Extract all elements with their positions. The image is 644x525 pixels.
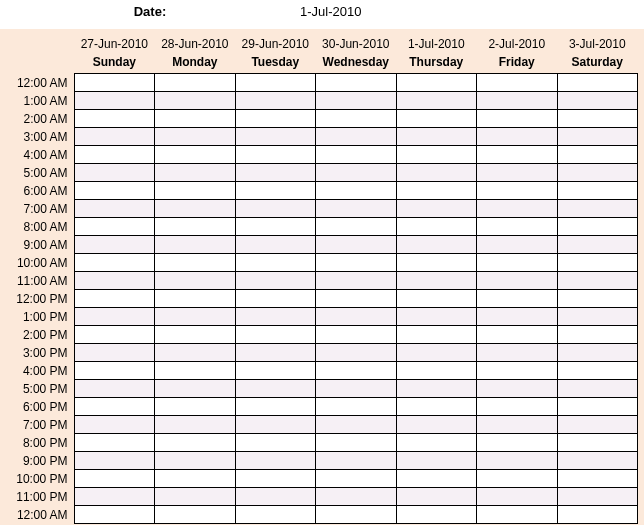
calendar-cell[interactable]	[557, 362, 638, 380]
calendar-cell[interactable]	[477, 470, 557, 488]
calendar-cell[interactable]	[235, 236, 315, 254]
calendar-cell[interactable]	[477, 434, 557, 452]
calendar-cell[interactable]	[557, 182, 638, 200]
calendar-cell[interactable]	[155, 308, 235, 326]
calendar-cell[interactable]	[235, 290, 315, 308]
calendar-cell[interactable]	[477, 254, 557, 272]
calendar-cell[interactable]	[235, 470, 315, 488]
calendar-cell[interactable]	[396, 290, 476, 308]
calendar-cell[interactable]	[557, 164, 638, 182]
calendar-cell[interactable]	[396, 236, 476, 254]
calendar-cell[interactable]	[557, 434, 638, 452]
calendar-cell[interactable]	[477, 326, 557, 344]
calendar-cell[interactable]	[155, 254, 235, 272]
calendar-cell[interactable]	[557, 452, 638, 470]
calendar-cell[interactable]	[316, 326, 396, 344]
calendar-cell[interactable]	[74, 326, 154, 344]
calendar-cell[interactable]	[155, 218, 235, 236]
calendar-cell[interactable]	[155, 434, 235, 452]
calendar-cell[interactable]	[316, 380, 396, 398]
calendar-cell[interactable]	[74, 110, 154, 128]
calendar-cell[interactable]	[74, 236, 154, 254]
calendar-cell[interactable]	[235, 218, 315, 236]
calendar-cell[interactable]	[235, 380, 315, 398]
calendar-cell[interactable]	[155, 398, 235, 416]
calendar-cell[interactable]	[74, 74, 154, 92]
calendar-cell[interactable]	[235, 254, 315, 272]
calendar-cell[interactable]	[557, 200, 638, 218]
calendar-cell[interactable]	[477, 272, 557, 290]
calendar-cell[interactable]	[235, 128, 315, 146]
calendar-cell[interactable]	[316, 92, 396, 110]
calendar-cell[interactable]	[235, 308, 315, 326]
calendar-cell[interactable]	[477, 290, 557, 308]
calendar-cell[interactable]	[396, 326, 476, 344]
calendar-cell[interactable]	[557, 326, 638, 344]
calendar-cell[interactable]	[155, 452, 235, 470]
calendar-cell[interactable]	[477, 416, 557, 434]
calendar-cell[interactable]	[316, 344, 396, 362]
calendar-cell[interactable]	[155, 272, 235, 290]
calendar-cell[interactable]	[396, 416, 476, 434]
calendar-cell[interactable]	[316, 290, 396, 308]
calendar-cell[interactable]	[74, 254, 154, 272]
calendar-cell[interactable]	[74, 92, 154, 110]
calendar-cell[interactable]	[155, 362, 235, 380]
calendar-cell[interactable]	[396, 74, 476, 92]
calendar-cell[interactable]	[235, 344, 315, 362]
calendar-cell[interactable]	[477, 398, 557, 416]
calendar-cell[interactable]	[316, 398, 396, 416]
calendar-cell[interactable]	[557, 92, 638, 110]
calendar-cell[interactable]	[477, 110, 557, 128]
calendar-cell[interactable]	[235, 416, 315, 434]
calendar-cell[interactable]	[316, 452, 396, 470]
calendar-cell[interactable]	[557, 110, 638, 128]
calendar-cell[interactable]	[396, 506, 476, 524]
calendar-cell[interactable]	[477, 506, 557, 524]
calendar-cell[interactable]	[74, 308, 154, 326]
calendar-cell[interactable]	[235, 74, 315, 92]
calendar-cell[interactable]	[557, 470, 638, 488]
calendar-cell[interactable]	[477, 92, 557, 110]
calendar-cell[interactable]	[74, 380, 154, 398]
calendar-cell[interactable]	[155, 92, 235, 110]
calendar-cell[interactable]	[477, 146, 557, 164]
calendar-cell[interactable]	[316, 434, 396, 452]
calendar-cell[interactable]	[477, 200, 557, 218]
calendar-cell[interactable]	[235, 488, 315, 506]
calendar-cell[interactable]	[74, 182, 154, 200]
calendar-cell[interactable]	[74, 272, 154, 290]
calendar-cell[interactable]	[155, 488, 235, 506]
calendar-cell[interactable]	[155, 470, 235, 488]
calendar-cell[interactable]	[477, 452, 557, 470]
calendar-cell[interactable]	[477, 308, 557, 326]
calendar-cell[interactable]	[74, 416, 154, 434]
calendar-cell[interactable]	[316, 308, 396, 326]
calendar-cell[interactable]	[74, 200, 154, 218]
calendar-cell[interactable]	[155, 416, 235, 434]
calendar-cell[interactable]	[155, 506, 235, 524]
calendar-cell[interactable]	[557, 398, 638, 416]
calendar-cell[interactable]	[235, 182, 315, 200]
calendar-cell[interactable]	[316, 506, 396, 524]
calendar-cell[interactable]	[235, 92, 315, 110]
calendar-cell[interactable]	[235, 452, 315, 470]
calendar-cell[interactable]	[396, 434, 476, 452]
calendar-cell[interactable]	[396, 128, 476, 146]
calendar-cell[interactable]	[557, 74, 638, 92]
calendar-cell[interactable]	[155, 380, 235, 398]
calendar-cell[interactable]	[155, 110, 235, 128]
calendar-cell[interactable]	[235, 110, 315, 128]
calendar-cell[interactable]	[477, 164, 557, 182]
calendar-cell[interactable]	[477, 128, 557, 146]
calendar-cell[interactable]	[396, 452, 476, 470]
calendar-cell[interactable]	[557, 488, 638, 506]
calendar-cell[interactable]	[235, 164, 315, 182]
calendar-cell[interactable]	[557, 236, 638, 254]
calendar-cell[interactable]	[396, 92, 476, 110]
calendar-cell[interactable]	[316, 470, 396, 488]
calendar-cell[interactable]	[155, 344, 235, 362]
calendar-cell[interactable]	[316, 164, 396, 182]
calendar-cell[interactable]	[235, 272, 315, 290]
calendar-cell[interactable]	[477, 236, 557, 254]
